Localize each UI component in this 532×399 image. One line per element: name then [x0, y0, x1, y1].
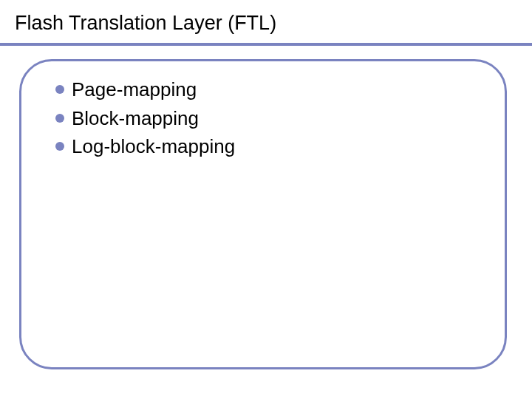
bullet-text: Block-mapping — [72, 106, 199, 131]
bullet-icon — [55, 114, 64, 123]
bullet-text: Log-block-mapping — [72, 134, 235, 159]
slide: Flash Translation Layer (FTL) Page-mappi… — [0, 0, 532, 399]
bullet-icon — [55, 85, 64, 94]
content-box: Page-mapping Block-mapping Log-block-map… — [19, 59, 507, 369]
list-item: Log-block-mapping — [55, 134, 471, 159]
bullet-text: Page-mapping — [72, 78, 197, 102]
slide-title: Flash Translation Layer (FTL) — [15, 12, 276, 35]
list-item: Block-mapping — [55, 106, 471, 131]
bullet-list: Page-mapping Block-mapping Log-block-map… — [55, 78, 471, 159]
title-underline — [0, 43, 532, 46]
bullet-icon — [55, 142, 64, 151]
list-item: Page-mapping — [55, 78, 471, 102]
